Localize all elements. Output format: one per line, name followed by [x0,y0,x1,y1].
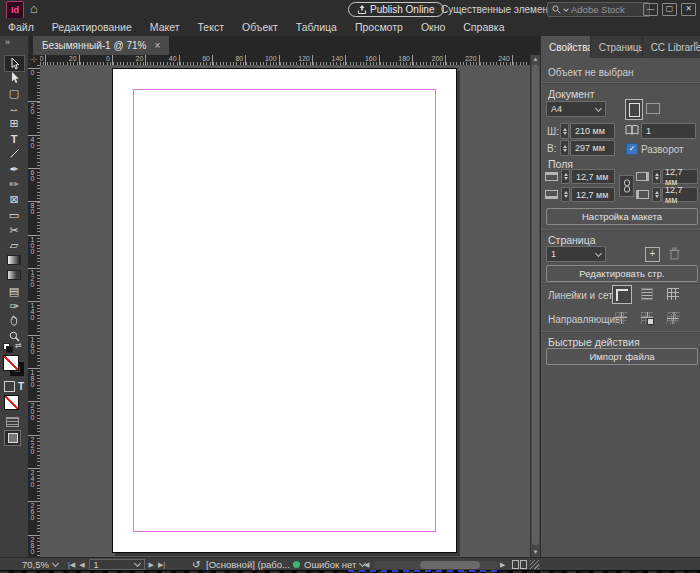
home-icon[interactable]: ⌂ [30,0,38,18]
show-rulers-button[interactable] [612,285,632,304]
height-stepper[interactable] [560,140,569,156]
pages-count-field[interactable]: 1 [641,123,696,139]
screen-mode-button[interactable] [4,430,21,446]
add-page-icon[interactable]: + [645,247,660,262]
document-section-title: Документ [548,88,595,100]
swap-fill-stroke-icon[interactable]: ⇄ [15,341,22,350]
margin-top-field[interactable]: 12,7 мм [571,169,615,184]
current-page-select[interactable]: 1 [546,246,606,262]
vertical-scroll-thumb[interactable] [532,65,539,545]
margin-bottom-stepper[interactable] [561,187,570,202]
show-guides-button[interactable] [612,309,630,326]
scissors-tool[interactable]: ✂ [5,222,23,237]
width-field[interactable]: 210 мм [570,123,615,139]
baseline-grid-button[interactable] [638,285,656,302]
menu-table[interactable]: Таблица [287,18,346,36]
delete-page-icon[interactable] [669,247,680,260]
v-ruler-label: 2 6 0 [28,503,37,521]
document-grid-button[interactable] [664,285,682,302]
margin-inside-field[interactable]: 12,7 мм [662,187,698,202]
direct-selection-tool[interactable] [5,70,23,85]
hand-tool[interactable] [5,313,23,328]
horizontal-scroll-thumb[interactable] [420,561,480,569]
line-tool[interactable] [5,146,23,161]
margin-outside-stepper[interactable] [652,169,661,184]
apply-none-swatch[interactable] [4,395,19,410]
formatting-affects-container-icon[interactable] [4,381,15,392]
menu-file[interactable]: Файл [0,18,43,36]
last-page-icon[interactable]: ▶| [158,561,165,569]
pencil-tool[interactable]: ✏ [5,177,23,192]
horizontal-ruler[interactable]: 4020020406080100120140160180200220240 [40,55,531,65]
close-tab-icon[interactable]: × [154,40,160,51]
default-fill-stroke-icon[interactable] [3,343,11,351]
note-tool[interactable]: ▤ [5,283,23,298]
menu-edit[interactable]: Редактирование [43,18,141,36]
first-page-icon[interactable]: |◀ [68,561,75,569]
toolbar-expand-icon[interactable]: » [5,37,10,47]
resize-grip[interactable] [530,560,539,569]
pen-tool[interactable]: ✒ [5,161,23,176]
link-margins-icon[interactable] [619,175,634,197]
rectangle-tool[interactable]: ▭ [5,207,23,222]
page-tool[interactable]: ▢ [5,85,23,100]
color-theme-tool[interactable]: ✑ [5,298,23,313]
margin-inside-stepper[interactable] [652,187,661,202]
prev-page-icon[interactable]: ◀ [79,561,84,569]
scroll-up-icon[interactable]: ▲ [531,55,540,64]
fit-spread-icon[interactable] [512,560,527,569]
type-tool[interactable]: T [5,131,23,146]
minimize-button[interactable]: — [643,3,658,16]
panel-expand-icon[interactable]: » [693,38,698,48]
h-ruler-label: 120 [295,55,310,62]
horizontal-scrollbar[interactable] [374,561,498,569]
next-page-icon[interactable]: ▶ [149,561,154,569]
adjust-layout-button[interactable]: Настройка макета [546,208,698,225]
fill-color-well-none[interactable] [3,355,19,371]
margin-top-stepper[interactable] [561,169,570,184]
lock-guides-button[interactable] [638,309,656,326]
orientation-portrait-button[interactable] [625,99,643,120]
rectangle-frame-tool[interactable]: ⊠ [5,192,23,207]
panel-tab-properties[interactable]: Свойства [541,36,591,58]
menu-view[interactable]: Просмотр [346,18,412,36]
menu-layout[interactable]: Макет [141,18,189,36]
import-file-button[interactable]: Импорт файла [546,348,698,365]
indesign-logo-icon[interactable]: Id [6,1,24,19]
panel-tab-cc-libraries[interactable]: CC Libraries [643,36,700,58]
vertical-scrollbar[interactable]: ▲ ▼ [530,55,540,557]
gradient-feather-tool[interactable] [5,268,23,283]
document-page[interactable] [112,68,457,553]
margin-outside-field[interactable]: 12,7 мм [662,169,698,184]
page-number-field[interactable]: 1 [89,559,145,570]
page-size-select[interactable]: A4 [546,101,606,117]
adobe-stock-search-input[interactable]: Adobe Stock [547,2,650,17]
orientation-landscape-button[interactable] [645,99,661,118]
gradient-swatch-tool[interactable] [5,253,23,268]
smart-guides-button[interactable] [664,309,682,326]
ruler-origin-corner[interactable]: ⊹ [28,55,40,65]
v-ruler-label: 0 [28,70,37,76]
formatting-affects-text-icon[interactable]: T [18,381,24,392]
close-button[interactable]: ✕ [681,3,696,16]
facing-pages-checkbox[interactable]: ✓ [626,143,638,155]
menu-window[interactable]: Окно [412,18,454,36]
scroll-down-icon[interactable]: ▼ [531,548,540,557]
height-field[interactable]: 297 мм [570,140,615,156]
margin-bottom-field[interactable]: 12,7 мм [571,187,615,202]
width-stepper[interactable] [560,123,569,139]
vertical-ruler[interactable]: 02 04 06 08 01 0 01 2 01 4 01 6 01 8 02 … [28,65,40,557]
pasteboard[interactable] [40,65,531,557]
edit-page-button[interactable]: Редактировать стр. [546,265,698,282]
publish-online-button[interactable]: Publish Online [348,2,444,17]
menu-object[interactable]: Объект [233,18,287,36]
maximize-button[interactable]: ▢ [662,3,677,16]
view-options-icon[interactable] [6,417,19,427]
menu-help[interactable]: Справка [454,18,513,36]
content-collector-tool[interactable]: ⊞ [5,116,23,131]
document-tab[interactable]: Безымянный-1 @ 71% × [33,36,169,55]
gap-tool[interactable]: ↔ [5,101,23,116]
free-transform-tool[interactable]: ▱ [5,237,23,252]
menu-type[interactable]: Текст [189,18,233,36]
panel-tab-pages[interactable]: Страницы [591,36,643,58]
